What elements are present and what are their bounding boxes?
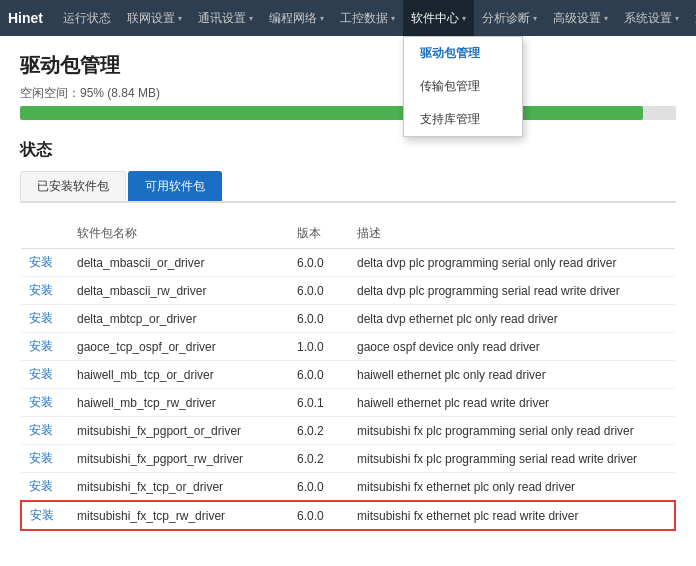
logout-button[interactable]: 退出	[687, 10, 696, 27]
nav-advanced-settings[interactable]: 高级设置 ▾	[545, 0, 616, 36]
install-cell: 安装	[21, 277, 69, 305]
col-action-header	[21, 219, 69, 249]
install-button[interactable]: 安装	[29, 395, 53, 409]
package-name: delta_mbascii_rw_driver	[69, 277, 289, 305]
package-desc: haiwell ethernet plc only read driver	[349, 361, 675, 389]
nav-industrial-data[interactable]: 工控数据 ▾	[332, 0, 403, 36]
chevron-down-icon: ▾	[320, 14, 324, 23]
install-cell: 安装	[21, 501, 69, 530]
top-navigation: Hinet 运行状态 联网设置 ▾ 通讯设置 ▾ 编程网络 ▾ 工控数据 ▾ 软…	[0, 0, 696, 36]
install-button[interactable]: 安装	[29, 311, 53, 325]
nav-prog-network[interactable]: 编程网络 ▾	[261, 0, 332, 36]
table-row: 安装 delta_mbtcp_or_driver 6.0.0 delta dvp…	[21, 305, 675, 333]
table-row: 安装 haiwell_mb_tcp_rw_driver 6.0.1 haiwel…	[21, 389, 675, 417]
dropdown-item-driver-pkg[interactable]: 驱动包管理	[404, 37, 522, 70]
chevron-down-icon: ▾	[675, 14, 679, 23]
install-button[interactable]: 安装	[29, 423, 53, 437]
install-cell: 安装	[21, 249, 69, 277]
table-row: 安装 delta_mbascii_rw_driver 6.0.0 delta d…	[21, 277, 675, 305]
install-cell: 安装	[21, 417, 69, 445]
package-version: 6.0.0	[289, 277, 349, 305]
install-cell: 安装	[21, 445, 69, 473]
package-name: haiwell_mb_tcp_or_driver	[69, 361, 289, 389]
package-name: mitsubishi_fx_pgport_rw_driver	[69, 445, 289, 473]
install-button[interactable]: 安装	[29, 367, 53, 381]
col-name-header: 软件包名称	[69, 219, 289, 249]
install-button[interactable]: 安装	[29, 255, 53, 269]
software-center-dropdown: 驱动包管理 传输包管理 支持库管理	[403, 36, 523, 137]
tab-available[interactable]: 可用软件包	[128, 171, 222, 201]
package-name: gaoce_tcp_ospf_or_driver	[69, 333, 289, 361]
install-cell: 安装	[21, 361, 69, 389]
chevron-down-icon: ▾	[391, 14, 395, 23]
package-version: 6.0.0	[289, 305, 349, 333]
package-desc: gaoce ospf device only read driver	[349, 333, 675, 361]
package-name: haiwell_mb_tcp_rw_driver	[69, 389, 289, 417]
install-button[interactable]: 安装	[29, 283, 53, 297]
package-name: mitsubishi_fx_tcp_rw_driver	[69, 501, 289, 530]
nav-analysis-diag[interactable]: 分析诊断 ▾	[474, 0, 545, 36]
chevron-down-icon: ▾	[604, 14, 608, 23]
package-desc: mitsubishi fx ethernet plc read write dr…	[349, 501, 675, 530]
nav-system-settings[interactable]: 系统设置 ▾	[616, 0, 687, 36]
table-row: 安装 haiwell_mb_tcp_or_driver 6.0.0 haiwel…	[21, 361, 675, 389]
package-desc: delta dvp ethernet plc only read driver	[349, 305, 675, 333]
page-content: 驱动包管理 空闲空间：95% (8.84 MB) 状态 已安装软件包 可用软件包…	[0, 36, 696, 547]
col-desc-header: 描述	[349, 219, 675, 249]
package-version: 6.0.2	[289, 445, 349, 473]
package-desc: delta dvp plc programming serial only re…	[349, 249, 675, 277]
chevron-down-icon: ▾	[249, 14, 253, 23]
package-desc: delta dvp plc programming serial read wr…	[349, 277, 675, 305]
package-version: 6.0.0	[289, 501, 349, 530]
package-name: delta_mbtcp_or_driver	[69, 305, 289, 333]
chevron-down-icon: ▾	[178, 14, 182, 23]
package-desc: mitsubishi fx plc programming serial onl…	[349, 417, 675, 445]
package-table: 软件包名称 版本 描述 安装 delta_mbascii_or_driver 6…	[20, 219, 676, 531]
table-header-row: 软件包名称 版本 描述	[21, 219, 675, 249]
package-name: mitsubishi_fx_tcp_or_driver	[69, 473, 289, 502]
nav-network-settings[interactable]: 联网设置 ▾	[119, 0, 190, 36]
chevron-down-icon: ▾	[533, 14, 537, 23]
col-version-header: 版本	[289, 219, 349, 249]
package-version: 6.0.0	[289, 361, 349, 389]
nav-software-center[interactable]: 软件中心 ▾ 驱动包管理 传输包管理 支持库管理	[403, 0, 474, 36]
nav-comm-settings[interactable]: 通讯设置 ▾	[190, 0, 261, 36]
package-version: 1.0.0	[289, 333, 349, 361]
page-title: 驱动包管理	[20, 52, 676, 79]
table-row: 安装 mitsubishi_fx_pgport_or_driver 6.0.2 …	[21, 417, 675, 445]
table-row: 安装 gaoce_tcp_ospf_or_driver 1.0.0 gaoce …	[21, 333, 675, 361]
install-cell: 安装	[21, 333, 69, 361]
package-name: mitsubishi_fx_pgport_or_driver	[69, 417, 289, 445]
package-name: delta_mbascii_or_driver	[69, 249, 289, 277]
package-desc: haiwell ethernet plc read write driver	[349, 389, 675, 417]
tabs-container: 已安装软件包 可用软件包	[20, 171, 676, 203]
brand-logo: Hinet	[8, 10, 43, 26]
nav-run-status[interactable]: 运行状态	[55, 0, 119, 36]
package-version: 6.0.2	[289, 417, 349, 445]
install-cell: 安装	[21, 473, 69, 502]
install-cell: 安装	[21, 389, 69, 417]
package-version: 6.0.0	[289, 249, 349, 277]
install-button[interactable]: 安装	[29, 479, 53, 493]
nav-items: 运行状态 联网设置 ▾ 通讯设置 ▾ 编程网络 ▾ 工控数据 ▾ 软件中心 ▾ …	[55, 0, 687, 36]
table-row: 安装 delta_mbascii_or_driver 6.0.0 delta d…	[21, 249, 675, 277]
progress-bar-fill	[20, 106, 643, 120]
chevron-down-icon: ▾	[462, 14, 466, 23]
dropdown-item-support-lib[interactable]: 支持库管理	[404, 103, 522, 136]
install-button[interactable]: 安装	[29, 451, 53, 465]
table-row: 安装 mitsubishi_fx_tcp_rw_driver 6.0.0 mit…	[21, 501, 675, 530]
package-version: 6.0.0	[289, 473, 349, 502]
package-desc: mitsubishi fx plc programming serial rea…	[349, 445, 675, 473]
table-row: 安装 mitsubishi_fx_pgport_rw_driver 6.0.2 …	[21, 445, 675, 473]
package-desc: mitsubishi fx ethernet plc only read dri…	[349, 473, 675, 502]
install-cell: 安装	[21, 305, 69, 333]
table-row: 安装 mitsubishi_fx_tcp_or_driver 6.0.0 mit…	[21, 473, 675, 502]
storage-info: 空闲空间：95% (8.84 MB)	[20, 85, 676, 102]
section-title: 状态	[20, 140, 676, 161]
storage-progress-bar	[20, 106, 676, 120]
install-button[interactable]: 安装	[29, 339, 53, 353]
install-button[interactable]: 安装	[30, 508, 54, 522]
dropdown-item-transfer-pkg[interactable]: 传输包管理	[404, 70, 522, 103]
package-version: 6.0.1	[289, 389, 349, 417]
tab-installed[interactable]: 已安装软件包	[20, 171, 126, 201]
